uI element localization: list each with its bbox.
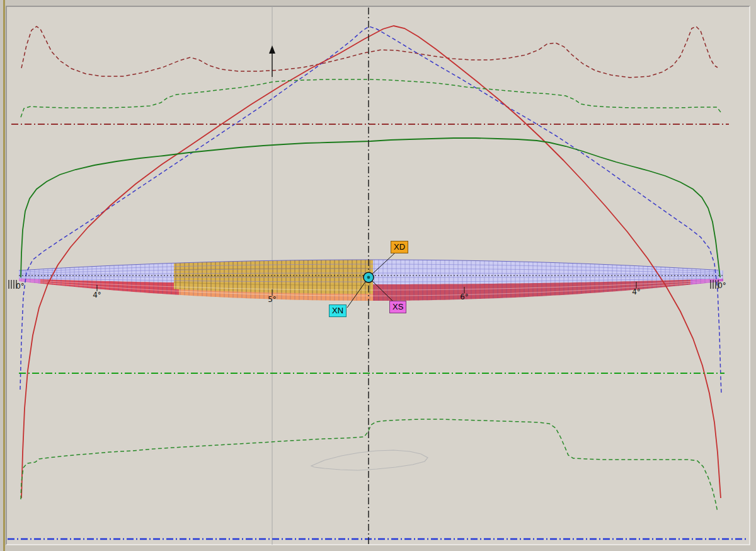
axis-tick-label: 6° (460, 293, 469, 301)
plot-area: XD XN XS 0°4°5°6°4°0° (0, 0, 756, 551)
label-xd[interactable]: XD (391, 241, 408, 253)
axis-tick-label: 4° (632, 287, 641, 296)
application-window: { "meta": {"width": 1200, "height": 874}… (0, 0, 756, 551)
field-plot-canvas[interactable] (0, 0, 756, 551)
axis-tick-label: 0° (16, 282, 25, 291)
frame-left-strip (3, 0, 5, 551)
axis-tick-label: 5° (268, 295, 277, 304)
label-xn[interactable]: XN (329, 304, 346, 317)
center-reference-dot (367, 276, 370, 279)
axis-tick-label: 0° (718, 281, 726, 290)
label-xs[interactable]: XS (389, 301, 406, 313)
axis-tick-label: 4° (93, 291, 101, 299)
